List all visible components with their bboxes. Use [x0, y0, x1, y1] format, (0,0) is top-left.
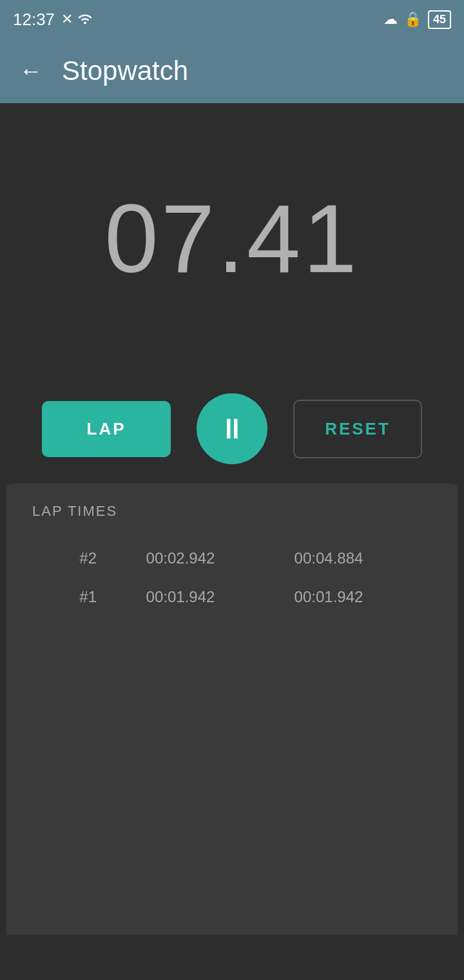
reset-button[interactable]: RESET: [293, 400, 422, 458]
lap-total-1: 00:01.942: [264, 588, 393, 606]
lap-button[interactable]: LAP: [42, 401, 171, 457]
timer-display: 07.41: [104, 183, 359, 295]
lap-time-1: 00:01.942: [116, 588, 245, 606]
status-icons-left: ✕: [61, 10, 93, 28]
controls-section: LAP ⏸ RESET: [0, 374, 464, 484]
lap-time-2: 00:02.942: [116, 549, 245, 567]
pause-icon: ⏸: [218, 415, 246, 443]
status-time: 12:37: [13, 10, 55, 30]
main-content: 07.41 LAP ⏸ RESET LAP TIMES #2 00:02.942…: [0, 103, 464, 935]
page-title: Stopwatch: [62, 55, 188, 86]
lock-icon: 🔒: [404, 11, 421, 28]
pause-button[interactable]: ⏸: [197, 393, 267, 464]
lap-row: #2 00:02.942 00:04.884: [32, 539, 432, 578]
timer-section: 07.41: [0, 103, 464, 374]
status-bar: 12:37 ✕ ☁ 🔒 45: [0, 0, 464, 39]
lap-number-2: #2: [58, 549, 97, 567]
battery-indicator: 45: [428, 10, 451, 29]
lap-total-2: 00:04.884: [264, 549, 393, 567]
lap-row: #1 00:01.942 00:01.942: [32, 578, 432, 616]
app-bar: ← Stopwatch: [0, 39, 464, 103]
lap-number-1: #1: [58, 588, 97, 606]
sim-icon: ✕: [61, 11, 73, 28]
status-bar-left: 12:37 ✕: [13, 10, 93, 30]
wifi-icon: [77, 10, 93, 28]
lap-times-section: LAP TIMES #2 00:02.942 00:04.884 #1 00:0…: [6, 484, 458, 935]
status-bar-right: ☁ 🔒 45: [383, 10, 451, 29]
back-button[interactable]: ←: [19, 57, 43, 84]
lap-times-header: LAP TIMES: [32, 503, 432, 520]
weather-icon: ☁: [383, 11, 398, 28]
